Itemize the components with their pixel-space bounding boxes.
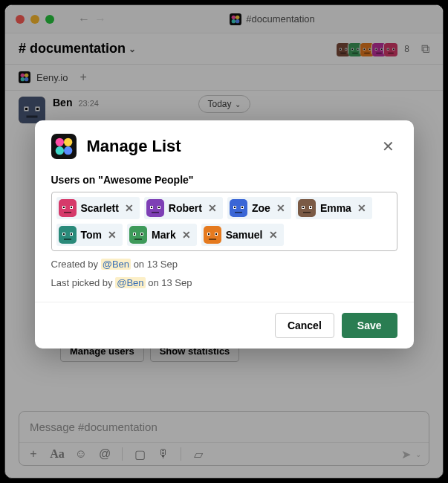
avatar <box>146 199 164 217</box>
modal-title: Manage List <box>87 137 181 156</box>
user-chip: Scarlett✕ <box>56 197 140 219</box>
user-chip: Zoe✕ <box>227 197 291 219</box>
modal-subtitle: Users on "Awesome People" <box>51 174 397 186</box>
user-chip: Samuel✕ <box>201 224 284 246</box>
last-picked-line: Last picked by @Ben on 13 Sep <box>51 277 397 288</box>
user-chip: Tom✕ <box>56 224 123 246</box>
chip-label: Mark <box>152 229 176 241</box>
created-by-line: Created by @Ben on 13 Sep <box>51 259 397 270</box>
remove-chip-icon[interactable]: ✕ <box>207 202 218 214</box>
user-chip: Emma✕ <box>296 197 372 219</box>
avatar <box>129 226 147 244</box>
user-chip: Mark✕ <box>127 224 197 246</box>
manage-list-modal: Manage List ✕ Users on "Awesome People" … <box>35 120 414 349</box>
close-icon[interactable]: ✕ <box>379 134 397 158</box>
modal-overlay: Manage List ✕ Users on "Awesome People" … <box>5 5 443 478</box>
eeny-logo-icon <box>51 134 77 159</box>
avatar <box>204 226 221 244</box>
avatar <box>298 199 316 217</box>
remove-chip-icon[interactable]: ✕ <box>181 229 192 241</box>
remove-chip-icon[interactable]: ✕ <box>275 202 287 214</box>
user-chip: Robert✕ <box>144 197 223 219</box>
avatar <box>230 199 247 217</box>
remove-chip-icon[interactable]: ✕ <box>267 229 279 241</box>
avatar <box>59 226 77 244</box>
chip-label: Tom <box>81 229 103 241</box>
remove-chip-icon[interactable]: ✕ <box>123 202 135 214</box>
chip-label: Samuel <box>226 229 263 241</box>
avatar <box>59 199 77 217</box>
chip-label: Scarlett <box>81 202 119 214</box>
chip-label: Zoe <box>252 202 270 214</box>
save-button[interactable]: Save <box>342 313 397 338</box>
chip-label: Robert <box>169 202 202 214</box>
user-chip-input[interactable]: Scarlett✕Robert✕Zoe✕Emma✕Tom✕Mark✕Samuel… <box>51 192 397 251</box>
mention[interactable]: @Ben <box>115 277 145 288</box>
cancel-button[interactable]: Cancel <box>275 313 334 338</box>
mention[interactable]: @Ben <box>101 259 131 270</box>
remove-chip-icon[interactable]: ✕ <box>356 202 368 214</box>
remove-chip-icon[interactable]: ✕ <box>106 229 118 241</box>
chip-label: Emma <box>320 202 351 214</box>
app-window: ← → #documentation # documentation ⌄ 8 ⧉… <box>4 4 444 479</box>
